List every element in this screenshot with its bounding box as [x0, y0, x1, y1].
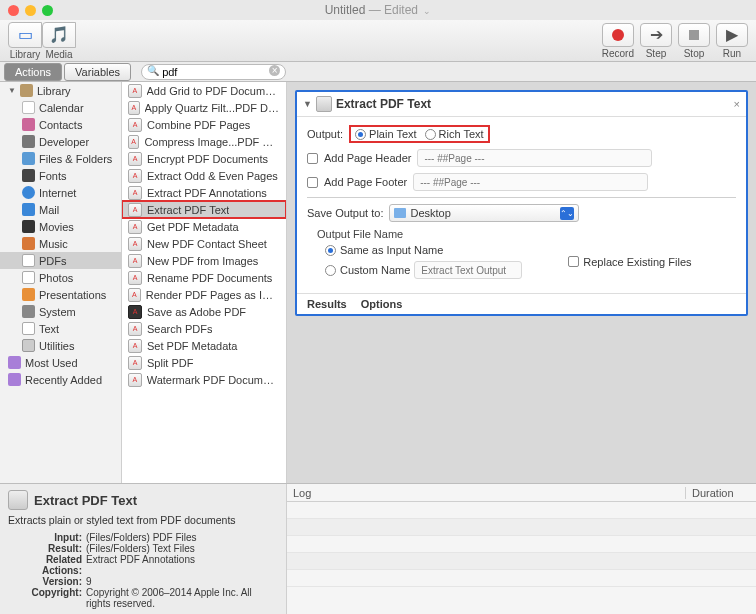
- disclosure-icon[interactable]: ▼: [8, 86, 16, 95]
- save-location-popup[interactable]: Desktop ⌃⌄: [389, 204, 579, 222]
- pdf-action-icon: A: [128, 373, 142, 387]
- library-item[interactable]: Recently Added: [0, 371, 121, 388]
- page-footer-input[interactable]: [413, 173, 648, 191]
- action-item[interactable]: AExtract Odd & Even Pages: [122, 167, 286, 184]
- library-item[interactable]: Photos: [0, 269, 121, 286]
- run-label: Run: [723, 48, 741, 59]
- record-icon: [612, 29, 624, 41]
- library-item[interactable]: Utilities: [0, 337, 121, 354]
- library-item[interactable]: Internet: [0, 184, 121, 201]
- action-item[interactable]: ASplit PDF: [122, 354, 286, 371]
- action-item[interactable]: AApply Quartz Filt...PDF Documents: [122, 99, 286, 116]
- media-button[interactable]: 🎵: [42, 22, 76, 48]
- replace-files-checkbox[interactable]: [568, 256, 579, 267]
- action-item[interactable]: AWatermark PDF Documents: [122, 371, 286, 388]
- action-item[interactable]: ASet PDF Metadata: [122, 337, 286, 354]
- description-key: Related Actions:: [8, 554, 86, 576]
- disclosure-icon[interactable]: ▼: [303, 99, 312, 109]
- page-header-input[interactable]: [417, 149, 652, 167]
- description-value: Extract PDF Annotations: [86, 554, 278, 576]
- plain-text-radio[interactable]: [355, 129, 366, 140]
- action-item[interactable]: ANew PDF from Images: [122, 252, 286, 269]
- library-item[interactable]: Music: [0, 235, 121, 252]
- action-item[interactable]: ASearch PDFs: [122, 320, 286, 337]
- log-column-header[interactable]: Log: [287, 487, 686, 499]
- library-item[interactable]: System: [0, 303, 121, 320]
- minimize-window-button[interactable]: [25, 5, 36, 16]
- zoom-window-button[interactable]: [42, 5, 53, 16]
- pdf-action-icon: A: [128, 135, 139, 149]
- library-button[interactable]: ▭: [8, 22, 42, 48]
- action-item[interactable]: AEncrypt PDF Documents: [122, 150, 286, 167]
- library-item[interactable]: Presentations: [0, 286, 121, 303]
- library-item[interactable]: Contacts: [0, 116, 121, 133]
- duration-column-header[interactable]: Duration: [686, 487, 756, 499]
- workflow-canvas[interactable]: ▼ Extract PDF Text × Output: Plain Text: [287, 82, 756, 483]
- library-item[interactable]: Fonts: [0, 167, 121, 184]
- library-item-label: Mail: [39, 204, 59, 216]
- description-title: Extract PDF Text: [34, 493, 137, 508]
- library-item-label: Contacts: [39, 119, 82, 131]
- custom-name-input[interactable]: [414, 261, 522, 279]
- library-item[interactable]: Files & Folders: [0, 150, 121, 167]
- clear-search-button[interactable]: ×: [269, 65, 280, 76]
- action-item-label: Apply Quartz Filt...PDF Documents: [145, 102, 281, 114]
- custom-name-radio[interactable]: [325, 265, 336, 276]
- library-item[interactable]: Calendar: [0, 99, 121, 116]
- action-item[interactable]: AExtract PDF Text: [122, 201, 286, 218]
- library-item-label: PDFs: [39, 255, 67, 267]
- add-page-header-checkbox[interactable]: [307, 153, 318, 164]
- library-item[interactable]: Most Used: [0, 354, 121, 371]
- results-button[interactable]: Results: [307, 298, 347, 310]
- library-item[interactable]: Movies: [0, 218, 121, 235]
- stop-button[interactable]: [678, 23, 710, 47]
- action-item[interactable]: ARename PDF Documents: [122, 269, 286, 286]
- action-item[interactable]: ARender PDF Pages as Images: [122, 286, 286, 303]
- library-item[interactable]: Mail: [0, 201, 121, 218]
- library-item[interactable]: Developer: [0, 133, 121, 150]
- log-panel: Log Duration: [287, 484, 756, 614]
- media-label: Media: [45, 49, 72, 60]
- description-row: Version:9: [8, 576, 278, 587]
- category-icon: [8, 356, 21, 369]
- action-item[interactable]: AAdd Grid to PDF Documents: [122, 82, 286, 99]
- workflow-header[interactable]: ▼ Extract PDF Text ×: [297, 92, 746, 117]
- run-button[interactable]: [716, 23, 748, 47]
- search-input[interactable]: [141, 64, 286, 80]
- action-item[interactable]: AExtract PDF Annotations: [122, 184, 286, 201]
- options-button[interactable]: Options: [361, 298, 403, 310]
- add-page-footer-checkbox[interactable]: [307, 177, 318, 188]
- same-name-radio[interactable]: [325, 245, 336, 256]
- action-item[interactable]: ACompress Image...PDF Documents: [122, 133, 286, 150]
- library-item[interactable]: PDFs: [0, 252, 121, 269]
- category-icon: [22, 305, 35, 318]
- step-button[interactable]: [640, 23, 672, 47]
- action-item[interactable]: ANew PDF Contact Sheet: [122, 235, 286, 252]
- action-item[interactable]: ASave as Adobe PDF: [122, 303, 286, 320]
- close-window-button[interactable]: [8, 5, 19, 16]
- rich-text-radio[interactable]: [425, 129, 436, 140]
- log-row: [287, 570, 756, 587]
- record-button[interactable]: [602, 23, 634, 47]
- pdf-action-icon: A: [128, 271, 142, 285]
- actions-list: AAdd Grid to PDF DocumentsAApply Quartz …: [122, 82, 287, 483]
- output-options-highlight: Plain Text Rich Text: [349, 125, 490, 143]
- action-item[interactable]: ACombine PDF Pages: [122, 116, 286, 133]
- category-icon: [22, 169, 35, 182]
- remove-action-button[interactable]: ×: [734, 98, 740, 110]
- action-item-label: Get PDF Metadata: [147, 221, 239, 233]
- category-icon: [22, 118, 35, 131]
- category-icon: [22, 186, 35, 199]
- pdf-action-icon: A: [128, 169, 142, 183]
- description-value: Copyright © 2006–2014 Apple Inc. All rig…: [86, 587, 278, 609]
- action-item[interactable]: AGet PDF Metadata: [122, 218, 286, 235]
- document-title[interactable]: Untitled — Edited ⌄: [325, 3, 432, 17]
- stop-label: Stop: [684, 48, 705, 59]
- tab-actions[interactable]: Actions: [4, 63, 62, 81]
- library-item[interactable]: ▼Library: [0, 82, 121, 99]
- library-item[interactable]: Text: [0, 320, 121, 337]
- pdf-action-icon: A: [128, 203, 142, 217]
- pdf-action-icon: A: [128, 101, 140, 115]
- category-icon: [22, 220, 35, 233]
- tab-variables[interactable]: Variables: [64, 63, 131, 81]
